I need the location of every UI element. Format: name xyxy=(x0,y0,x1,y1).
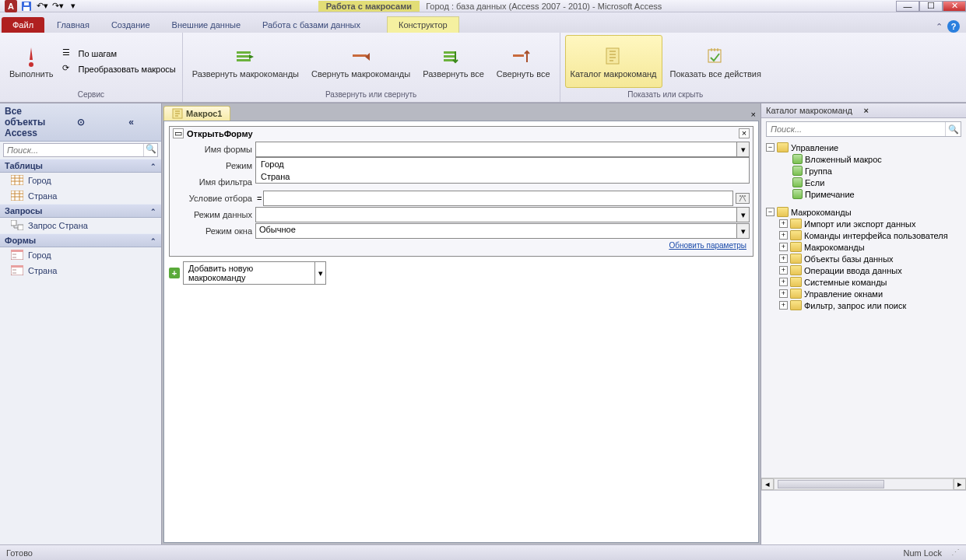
tree-subfolder[interactable]: +Команды интерфейса пользователя xyxy=(766,229,961,241)
scrollbar-thumb[interactable] xyxy=(778,480,884,488)
expression-builder-icon[interactable] xyxy=(736,193,750,204)
action-node-icon xyxy=(792,177,803,187)
tree-item[interactable]: Вложенный макрос xyxy=(766,153,961,165)
dropdown-item[interactable]: Страна xyxy=(256,170,749,183)
add-action-combo[interactable]: Добавить новую макрокоманду ▾ xyxy=(183,261,326,285)
collapse-action-icon[interactable]: ▭ xyxy=(173,128,184,138)
show-all-actions-button[interactable]: Показать все действия xyxy=(666,35,766,88)
maximize-button[interactable]: ☐ xyxy=(919,1,943,12)
tree-subfolder[interactable]: +Импорт или экспорт данных xyxy=(766,218,961,229)
qat-dropdown-icon[interactable]: ▾ xyxy=(67,0,79,12)
nav-item-form[interactable]: Страна xyxy=(0,263,161,278)
undo-icon[interactable]: ↶▾ xyxy=(36,0,48,12)
redo-icon[interactable]: ↷▾ xyxy=(51,0,64,12)
update-parameters-link[interactable]: Обновить параметры xyxy=(173,240,750,251)
add-action-label: Добавить новую макрокоманду xyxy=(184,262,314,284)
scroll-right-icon[interactable]: ▸ xyxy=(954,478,966,490)
nav-section-tables[interactable]: Таблицы xyxy=(0,159,161,173)
tree-subfolder[interactable]: +Объекты базы данных xyxy=(766,253,961,264)
tree-subfolder[interactable]: +Управление окнами xyxy=(766,288,961,299)
tree-item[interactable]: Если xyxy=(766,177,961,188)
nav-dropdown-icon[interactable]: ⊙ xyxy=(55,117,106,128)
tab-create[interactable]: Создание xyxy=(100,17,161,33)
scroll-left-icon[interactable]: ◂ xyxy=(761,478,774,490)
nav-section-forms[interactable]: Формы xyxy=(0,233,161,247)
nav-item-table[interactable]: Страна xyxy=(0,188,161,204)
ribbon-minimize-icon[interactable]: ⌃ xyxy=(936,22,943,32)
search-icon[interactable]: 🔍 xyxy=(945,122,961,136)
search-icon[interactable]: 🔍 xyxy=(143,144,157,156)
tree-expand-icon[interactable]: + xyxy=(779,231,788,240)
run-button[interactable]: Выполнить xyxy=(5,35,58,88)
tree-expand-icon[interactable]: + xyxy=(779,219,788,228)
window-mode-input[interactable]: Обычное xyxy=(255,223,737,239)
tree-item[interactable]: Примечание xyxy=(766,188,961,200)
tree-expand-icon[interactable]: + xyxy=(779,289,788,298)
nav-item-query[interactable]: Запрос Страна xyxy=(0,218,161,233)
equals-sign: = xyxy=(255,194,263,203)
expand-actions-button[interactable]: Развернуть макрокоманды xyxy=(188,35,304,88)
collapse-section-icon[interactable] xyxy=(150,206,156,215)
dropdown-icon[interactable]: ▾ xyxy=(314,262,325,284)
document-tabs: Макрос1 xyxy=(163,103,759,121)
tree-subfolder[interactable]: +Фильтр, запрос или поиск xyxy=(766,299,961,311)
tree-expand-icon[interactable]: + xyxy=(779,278,788,286)
dropdown-icon[interactable]: ▾ xyxy=(737,142,750,157)
collapse-section-icon[interactable] xyxy=(150,236,156,245)
nav-section-queries[interactable]: Запросы xyxy=(0,204,161,218)
where-input[interactable] xyxy=(263,191,733,206)
nav-collapse-icon[interactable] xyxy=(106,117,156,128)
expand-all-button[interactable]: Развернуть все xyxy=(418,35,489,88)
save-icon[interactable] xyxy=(20,0,33,12)
tree-folder-flow[interactable]: − Управление xyxy=(766,142,961,153)
help-icon[interactable]: ? xyxy=(947,20,960,33)
action-catalog-pane: Каталог макрокоманд 🔍 − Управление Вложе… xyxy=(761,103,966,544)
doc-tab-macro1[interactable]: Макрос1 xyxy=(163,106,230,121)
collapse-actions-button[interactable]: Свернуть макрокоманды xyxy=(307,35,415,88)
tree-expand-icon[interactable]: + xyxy=(779,266,788,275)
dropdown-item[interactable]: Город xyxy=(256,158,749,170)
tree-expand-icon[interactable]: + xyxy=(779,301,788,310)
tree-expand-icon[interactable]: + xyxy=(779,254,788,263)
nav-pane-header[interactable]: Все объекты Access ⊙ xyxy=(0,103,161,142)
resize-grip-icon[interactable]: ⋰ xyxy=(951,548,960,558)
tab-file[interactable]: Файл xyxy=(2,17,44,33)
catalog-close-icon[interactable] xyxy=(864,106,962,115)
nav-item-table[interactable]: Город xyxy=(0,173,161,188)
step-button[interactable]: ☰ По шагам xyxy=(61,47,177,61)
tree-subfolder[interactable]: +Макрокоманды xyxy=(766,241,961,253)
body-area: Все объекты Access ⊙ 🔍 Таблицы Город Стр… xyxy=(0,103,966,544)
delete-action-icon[interactable] xyxy=(739,128,750,138)
data-mode-input[interactable] xyxy=(255,207,737,222)
convert-macros-button[interactable]: ⟳ Преобразовать макросы xyxy=(61,62,177,76)
tree-subfolder[interactable]: +Операции ввода данных xyxy=(766,264,961,276)
dropdown-icon[interactable]: ▾ xyxy=(737,223,750,239)
dropdown-icon[interactable]: ▾ xyxy=(737,207,750,222)
close-button[interactable]: ✕ xyxy=(943,1,966,12)
doc-close-button[interactable] xyxy=(748,108,759,121)
tab-database-tools[interactable]: Работа с базами данных xyxy=(251,17,371,33)
tree-subfolder[interactable]: +Системные команды xyxy=(766,276,961,288)
add-action-plus-icon[interactable]: + xyxy=(169,268,180,278)
tab-designer[interactable]: Конструктор xyxy=(387,16,459,33)
action-catalog-button[interactable]: Каталог макрокоманд xyxy=(565,35,662,88)
nav-item-form[interactable]: Город xyxy=(0,247,161,263)
nav-search-input[interactable] xyxy=(4,144,143,156)
form-name-input[interactable] xyxy=(255,142,737,157)
tree-collapse-icon[interactable]: − xyxy=(766,143,775,152)
scrollbar-track[interactable] xyxy=(774,478,954,490)
minimize-button[interactable]: — xyxy=(896,1,919,12)
catalog-hscrollbar[interactable]: ◂ ▸ xyxy=(761,478,966,490)
svg-rect-16 xyxy=(11,220,16,226)
svg-rect-17 xyxy=(18,225,23,230)
collapse-all-button[interactable]: Свернуть все xyxy=(492,35,555,88)
tree-expand-icon[interactable]: + xyxy=(779,243,788,251)
nav-item-label: Город xyxy=(28,176,51,185)
tab-home[interactable]: Главная xyxy=(46,17,100,33)
tree-collapse-icon[interactable]: − xyxy=(766,208,775,216)
catalog-search-input[interactable] xyxy=(767,122,945,136)
tree-item[interactable]: Группа xyxy=(766,165,961,177)
tab-external-data[interactable]: Внешние данные xyxy=(161,17,251,33)
tree-folder-actions[interactable]: − Макрокоманды xyxy=(766,206,961,218)
collapse-section-icon[interactable] xyxy=(150,161,156,170)
